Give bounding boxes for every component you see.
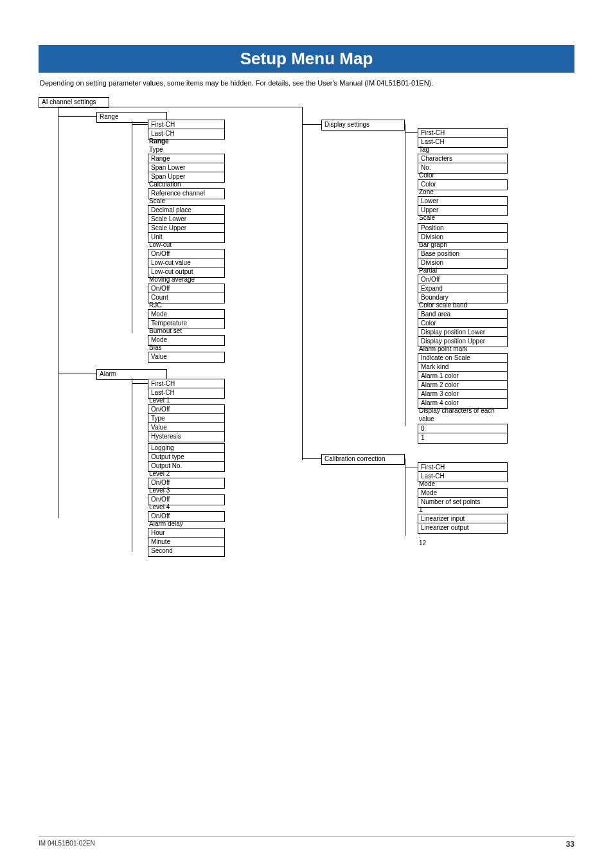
calib-twelve: 12: [419, 539, 426, 548]
range-value: Value: [148, 352, 225, 363]
disp-bar-lbl: Bar graph: [419, 241, 447, 249]
range-header: Range: [149, 138, 169, 146]
alarm-level3-lbl: Level 3: [149, 487, 170, 495]
menu-map: AI channel settings Range First-CH Last-…: [39, 97, 574, 547]
range-lowcut-lbl: Low-cut: [149, 241, 172, 249]
page-title: Setup Menu Map: [240, 49, 373, 68]
disp-one: 1: [418, 433, 508, 444]
disp-tag-lbl: Tag: [419, 146, 429, 154]
calib-mode-lbl: Mode: [419, 480, 435, 489]
alarm-level1-lbl: Level 1: [149, 397, 170, 405]
range-calculation: Calculation: [149, 181, 181, 189]
alarm-delay-lbl: Alarm delay: [149, 520, 183, 529]
page-title-bar: Setup Menu Map: [39, 45, 574, 73]
page-subtitle: Depending on setting parameter values, s…: [40, 79, 574, 87]
range-mavg-lbl: Moving average: [149, 276, 195, 284]
alarm-level4-lbl: Level 4: [149, 503, 170, 512]
node-display-settings: Display settings: [321, 120, 405, 131]
node-calibration: Calibration correction: [321, 454, 405, 465]
disp-zone-lbl: Zone: [419, 188, 434, 197]
alarm-level2-lbl: Level 2: [149, 470, 170, 478]
disp-color-lbl: Color: [419, 172, 434, 180]
disp-dcev-lbl: Display characters of each value: [419, 407, 509, 423]
disp-apm-lbl: Alarm point mark: [419, 345, 468, 354]
page-footer: IM 04L51B01-02EN 33: [39, 836, 574, 849]
range-rjc-lbl: RJC: [149, 302, 161, 310]
alarm-second: Second: [148, 546, 225, 557]
range-type-lbl: Type: [149, 146, 163, 154]
range-bias-lbl: Bias: [149, 344, 161, 352]
calib-one: 1: [419, 506, 423, 514]
calib-nsp: Number of set points: [418, 497, 508, 508]
calib-lin-output: Linearizer output: [418, 523, 508, 534]
disp-scale-lbl: Scale: [419, 214, 435, 222]
calib-colon: :: [419, 532, 421, 540]
footer-docid: IM 04L51B01-02EN: [39, 840, 95, 849]
disp-csb-lbl: Color scale band: [419, 302, 467, 310]
range-scale-lbl: Scale: [149, 197, 165, 206]
alarm-hysteresis: Hysteresis: [148, 431, 225, 442]
disp-partial-lbl: Partial: [419, 267, 437, 275]
footer-pagenum: 33: [566, 840, 574, 849]
range-burnout-lbl: Burnout set: [149, 327, 182, 336]
disp-last-ch: Last-CH: [418, 137, 508, 148]
